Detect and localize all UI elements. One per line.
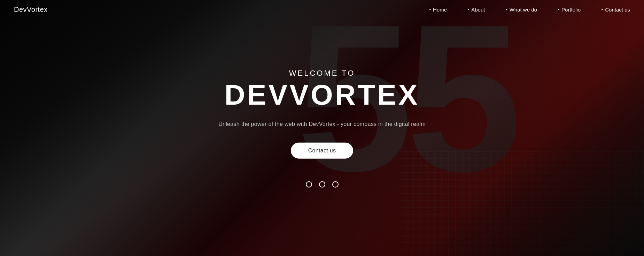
nav-item-portfolio[interactable]: Portfolio <box>558 7 581 13</box>
nav-links: Home About What we do Portfolio Contact … <box>429 7 630 13</box>
hero-subtitle: Unleash the power of the web with DevVor… <box>200 120 444 129</box>
welcome-prefix: WELCOME TO <box>200 69 444 78</box>
hero-title: DEVVORTEX <box>200 81 444 109</box>
nav-item-about[interactable]: About <box>468 7 485 13</box>
nav-item-what-we-do[interactable]: What we do <box>506 7 537 13</box>
slider-dot-1[interactable] <box>306 181 312 187</box>
contact-us-button[interactable]: Contact us <box>291 142 353 158</box>
slider-dots <box>200 181 444 187</box>
nav-link-what-we-do[interactable]: What we do <box>506 7 537 13</box>
hero-content: WELCOME TO DEVVORTEX Unleash the power o… <box>200 69 444 188</box>
brand-logo[interactable]: DevVortex <box>14 6 48 14</box>
slider-dot-3[interactable] <box>332 181 339 187</box>
nav-item-home[interactable]: Home <box>429 7 447 13</box>
nav-item-contact[interactable]: Contact us <box>602 7 630 13</box>
nav-link-home[interactable]: Home <box>429 7 447 13</box>
nav-link-portfolio[interactable]: Portfolio <box>558 7 581 13</box>
nav-link-contact[interactable]: Contact us <box>602 7 630 13</box>
navbar: DevVortex Home About What we do Portfoli… <box>0 0 644 19</box>
nav-link-about[interactable]: About <box>468 7 485 13</box>
slider-dot-2[interactable] <box>319 181 325 187</box>
